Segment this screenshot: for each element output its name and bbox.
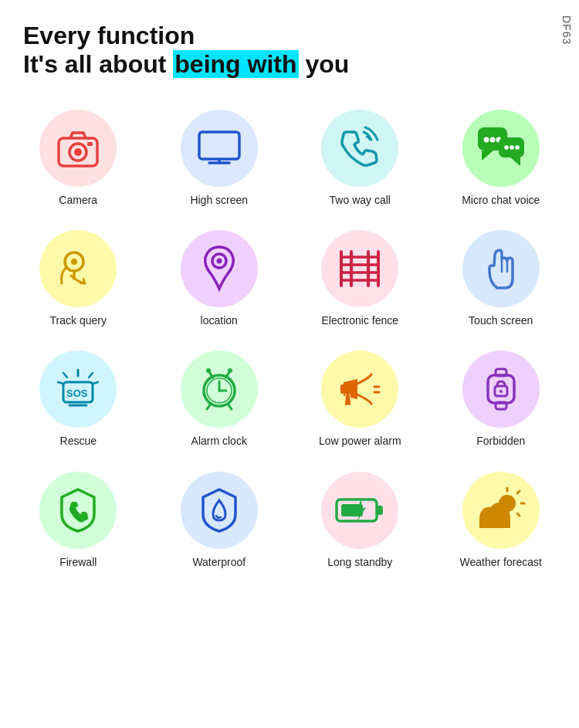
svg-point-10 xyxy=(489,137,495,142)
feature-weather-forecast: Weather forecast xyxy=(431,464,572,577)
feature-electronic-fence: Electronic fence xyxy=(290,222,431,335)
svg-rect-53 xyxy=(496,369,506,376)
micro-chat-voice-icon-circle xyxy=(462,110,540,187)
electronic-fence-label: Electronic fence xyxy=(321,313,398,327)
svg-text:SOS: SOS xyxy=(66,388,88,399)
svg-rect-47 xyxy=(340,384,348,394)
firewall-label: Firewall xyxy=(59,555,96,569)
svg-line-36 xyxy=(89,373,93,378)
forbidden-icon-circle xyxy=(462,350,540,428)
touch-screen-label: Touch screen xyxy=(469,313,533,327)
rescue-label: Rescue xyxy=(60,434,96,448)
feature-long-standby: Long standby xyxy=(290,464,431,577)
svg-rect-50 xyxy=(488,375,514,403)
feature-camera: Camera xyxy=(8,102,149,215)
svg-marker-13 xyxy=(510,157,520,166)
waterproof-icon-circle xyxy=(181,472,258,549)
feature-low-power-alarm: Low power alarm xyxy=(290,343,431,455)
weather-forecast-label: Weather forecast xyxy=(460,555,542,569)
svg-point-20 xyxy=(216,259,222,264)
svg-point-15 xyxy=(510,145,514,150)
svg-point-18 xyxy=(71,259,77,265)
camera-label: Camera xyxy=(59,193,97,207)
svg-marker-58 xyxy=(357,498,366,523)
track-query-icon-circle xyxy=(39,230,117,307)
header-line2-plain: It's all about xyxy=(23,50,173,78)
svg-point-44 xyxy=(206,368,211,373)
feature-rescue: SOS Rescue xyxy=(8,343,149,455)
feature-waterproof: Waterproof xyxy=(149,464,290,577)
weather-forecast-icon-circle xyxy=(462,472,540,549)
forbidden-label: Forbidden xyxy=(476,434,525,448)
feature-touch-screen: Touch screen xyxy=(431,222,572,335)
svg-rect-56 xyxy=(377,506,383,515)
high-screen-icon-circle xyxy=(181,110,258,187)
vertical-label: DF63 xyxy=(560,15,573,45)
alarm-clock-label: Alarm clock xyxy=(191,434,247,448)
features-grid: Camera High screen Two way call xyxy=(0,86,579,592)
electronic-fence-icon-circle xyxy=(321,230,398,307)
svg-line-35 xyxy=(63,373,67,378)
feature-micro-chat-voice: Micro chat voice xyxy=(431,102,572,215)
svg-rect-67 xyxy=(479,517,510,528)
svg-line-63 xyxy=(517,513,520,516)
svg-rect-4 xyxy=(199,132,239,159)
high-screen-label: High screen xyxy=(190,193,248,207)
header-line2: It's all about being with you xyxy=(23,50,556,79)
svg-line-38 xyxy=(93,382,98,384)
svg-rect-54 xyxy=(496,402,506,409)
long-standby-icon-circle xyxy=(321,472,398,549)
svg-point-45 xyxy=(228,368,232,373)
low-power-alarm-icon-circle xyxy=(321,350,398,428)
alarm-clock-icon-circle xyxy=(181,350,258,428)
rescue-icon-circle: SOS xyxy=(39,350,117,428)
location-label: location xyxy=(201,313,238,327)
micro-chat-voice-label: Micro chat voice xyxy=(462,193,540,207)
header-line1: Every function xyxy=(23,22,556,50)
feature-track-query: Track query xyxy=(8,222,149,335)
svg-point-52 xyxy=(499,390,503,393)
svg-point-16 xyxy=(515,145,520,150)
camera-icon-circle xyxy=(39,110,117,187)
feature-location: location xyxy=(149,222,290,335)
long-standby-label: Long standby xyxy=(327,555,392,569)
two-way-call-icon-circle xyxy=(321,110,398,187)
feature-high-screen: High screen xyxy=(149,102,290,215)
feature-firewall: Firewall xyxy=(8,464,149,577)
track-query-label: Track query xyxy=(50,313,107,327)
header-line2-highlight: being with xyxy=(173,50,298,78)
touch-screen-icon-circle xyxy=(462,230,540,307)
svg-marker-8 xyxy=(482,151,493,161)
waterproof-label: Waterproof xyxy=(192,555,245,569)
firewall-icon-circle xyxy=(39,472,117,549)
svg-point-14 xyxy=(504,145,509,150)
svg-line-61 xyxy=(517,491,520,493)
feature-alarm-clock: Alarm clock xyxy=(149,343,290,455)
svg-line-37 xyxy=(58,382,63,384)
header: Every function It's all about being with… xyxy=(0,0,579,86)
feature-two-way-call: Two way call xyxy=(290,102,431,215)
feature-forbidden: Forbidden xyxy=(431,343,572,455)
low-power-alarm-label: Low power alarm xyxy=(319,434,401,448)
two-way-call-label: Two way call xyxy=(330,193,391,207)
svg-point-2 xyxy=(74,148,82,156)
header-line2-end: you xyxy=(299,50,350,78)
location-icon-circle xyxy=(181,230,258,307)
svg-rect-3 xyxy=(87,142,93,146)
svg-point-9 xyxy=(483,137,489,142)
